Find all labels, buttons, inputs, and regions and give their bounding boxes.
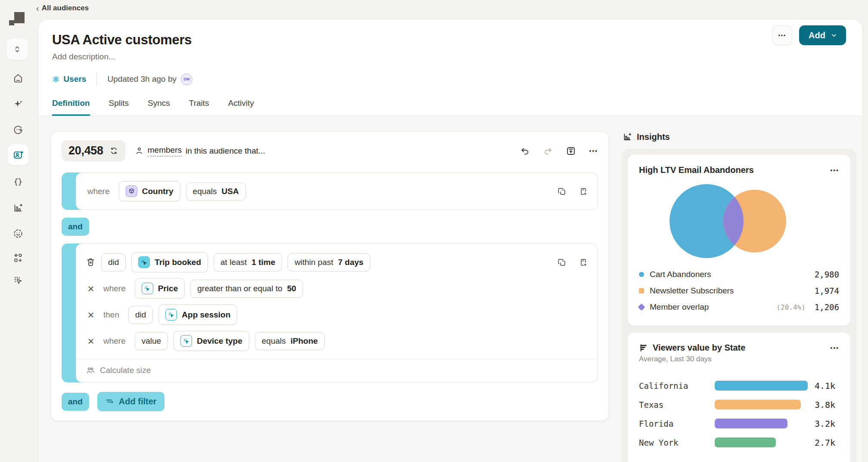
sidebar-item-identity[interactable] <box>9 225 27 242</box>
remove-condition-button[interactable]: × <box>86 336 96 347</box>
duplicate-icon <box>557 187 567 196</box>
bar-value: 4.1k <box>815 381 835 391</box>
sidebar <box>0 0 36 462</box>
did-pill[interactable]: did <box>101 253 126 271</box>
add-button[interactable]: Add <box>799 25 846 45</box>
operator-value: 50 <box>287 284 296 293</box>
members-selector[interactable]: members <box>148 145 182 157</box>
insight-card-venn: High LTV Email Abandoners ••• Cart Aband… <box>628 155 850 326</box>
more-options-button[interactable]: ••• <box>772 25 792 45</box>
sidebar-item-catalog[interactable] <box>9 249 27 267</box>
sidebar-item-activation[interactable] <box>9 272 27 289</box>
insight-card-bars: Viewers value by State ••• Average, Last… <box>628 333 850 462</box>
sidebar-item-functions[interactable] <box>9 173 27 191</box>
page-title: USA Active customers <box>52 32 847 48</box>
members-sentence: members in this audience that... <box>135 145 265 157</box>
remove-condition-button[interactable]: × <box>86 309 96 320</box>
bar-chart-plus-icon <box>12 202 24 213</box>
undo-icon <box>520 146 530 156</box>
delete-condition-button[interactable] <box>86 257 96 267</box>
value-pill[interactable]: value <box>135 332 168 350</box>
sidebar-item-analytics[interactable] <box>9 199 27 216</box>
member-count-pill[interactable]: 20,458 <box>62 140 125 161</box>
event-pill-app-session[interactable]: App session <box>158 305 237 325</box>
condition-row-session: × then did App session <box>86 305 588 325</box>
legend-value: 1,206 <box>815 302 839 312</box>
event-pill-trip-booked[interactable]: Trip booked <box>131 252 208 272</box>
builder-more-button[interactable]: ••• <box>589 148 598 154</box>
property-icon <box>180 335 192 347</box>
filter-plus-icon <box>105 397 114 406</box>
tab-traits[interactable]: Traits <box>189 99 209 116</box>
tab-definition[interactable]: Definition <box>52 99 90 116</box>
audience-detail-card: USA Active customers Add description... … <box>38 19 863 462</box>
did-pill[interactable]: did <box>128 306 153 324</box>
card-menu-button[interactable]: ••• <box>830 167 839 174</box>
calculate-size-button[interactable]: Calculate size <box>76 359 598 382</box>
redo-button[interactable] <box>543 146 553 156</box>
add-filter-button[interactable]: Add filter <box>97 392 164 411</box>
property-pill-country[interactable]: Country <box>119 181 180 201</box>
refresh-icon[interactable] <box>109 146 118 155</box>
add-button-label: Add <box>809 31 825 40</box>
operator-pill-equals-iphone[interactable]: equals iPhone <box>255 332 325 350</box>
tab-activity[interactable]: Activity <box>228 99 254 116</box>
sidebar-item-journeys[interactable] <box>9 121 27 139</box>
card-menu-button[interactable]: ••• <box>830 345 839 351</box>
connector-row: and <box>62 218 598 236</box>
legend-value: 2,980 <box>815 270 839 279</box>
operator-pill-equals-usa[interactable]: equals USA <box>186 182 246 200</box>
undo-button[interactable] <box>520 146 530 156</box>
sidebar-item-ai[interactable] <box>9 95 27 113</box>
operator-value: iPhone <box>291 336 318 346</box>
avatar[interactable]: DM <box>181 74 192 85</box>
event-name: App session <box>182 310 230 320</box>
sidebar-item-audiences-active[interactable] <box>8 145 28 165</box>
event-icon <box>165 309 177 320</box>
face-arrow-icon <box>12 124 24 136</box>
duplicate-button[interactable] <box>557 187 567 196</box>
property-cube-icon <box>126 185 137 197</box>
legend-label: Cart Abandoners <box>650 270 809 279</box>
breadcrumb-back-link[interactable]: ‹ All audiences <box>36 4 89 12</box>
save-version-button[interactable] <box>566 146 576 156</box>
sidebar-item-home[interactable] <box>9 70 27 87</box>
condition-group-1: where Country equals USA <box>62 172 598 210</box>
operator-pill-gte-50[interactable]: greater than or equal to 50 <box>190 280 303 298</box>
duplicate-button[interactable] <box>557 258 567 267</box>
bar-label: Florida <box>639 419 715 428</box>
legend-label: Newsletter Subscribers <box>650 286 809 296</box>
frequency-pill[interactable]: at least 1 time <box>214 253 282 271</box>
operator-prefix: equals <box>262 336 286 346</box>
condition-group-1-card: where Country equals USA <box>76 172 598 210</box>
card-subtitle: Average, Last 30 days <box>639 355 839 363</box>
bar-row: New York 2.7k <box>639 437 839 447</box>
did-label: did <box>135 310 146 320</box>
bar-track <box>715 381 808 391</box>
bar-label: New York <box>639 438 715 447</box>
shapes-plus-icon <box>12 253 24 264</box>
time-window-pill[interactable]: within past 7 days <box>288 253 370 271</box>
tab-syncs[interactable]: Syncs <box>148 99 170 116</box>
bar-label: Texas <box>639 400 715 410</box>
bar-value: 2.7k <box>815 437 835 448</box>
venn-diagram <box>639 179 839 265</box>
tab-splits[interactable]: Splits <box>109 99 129 116</box>
card-title: High LTV Email Abandoners <box>639 165 826 175</box>
face-scan-icon <box>12 228 24 239</box>
and-connector-chip[interactable]: and <box>62 218 89 236</box>
builder-footer: and Add filter <box>62 392 598 411</box>
operator-prefix: greater than or equal to <box>197 284 282 293</box>
workspace-switcher-button[interactable] <box>6 38 28 60</box>
audience-card-icon <box>12 149 24 161</box>
description-placeholder[interactable]: Add description... <box>52 52 847 62</box>
copy-to-new-button[interactable] <box>579 187 588 196</box>
legend-marker-circle <box>639 272 644 277</box>
property-pill-device-type[interactable]: Device type <box>174 331 249 351</box>
and-connector-chip[interactable]: and <box>62 393 89 411</box>
property-pill-price[interactable]: Price <box>135 278 185 299</box>
copy-to-new-button[interactable] <box>579 258 588 267</box>
source-badge[interactable]: ❄ Users <box>52 74 86 84</box>
audience-builder-card: 20,458 members in this audience that... <box>51 131 609 421</box>
remove-condition-button[interactable]: × <box>86 283 96 294</box>
